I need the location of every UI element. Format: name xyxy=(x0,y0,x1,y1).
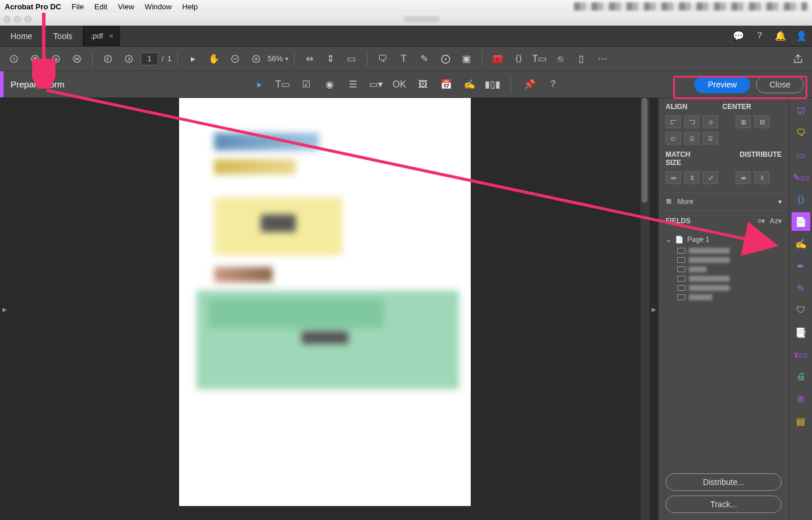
prepare-form-rail-icon[interactable]: 📄 xyxy=(792,212,810,231)
export-pdf-icon[interactable]: ⟨⟩ xyxy=(792,190,810,209)
zoom-out-icon[interactable] xyxy=(226,50,244,68)
fit-width-icon[interactable]: ⇔ xyxy=(300,50,319,68)
pin-icon[interactable]: 📌 xyxy=(521,76,538,93)
sign-icon[interactable]: ✒ xyxy=(792,257,810,275)
help-icon[interactable]: ？ xyxy=(749,26,770,46)
menu-edit[interactable]: Edit xyxy=(94,2,107,11)
next-page-icon[interactable] xyxy=(120,50,138,68)
align-top-icon[interactable]: ⫐ xyxy=(666,132,681,145)
text-callout-icon[interactable]: T▭ xyxy=(530,50,549,68)
page-properties-icon[interactable]: ▯ xyxy=(572,50,591,68)
notifications-icon[interactable]: 🔔 xyxy=(770,26,791,46)
page-display-icon[interactable]: ▭ xyxy=(342,50,361,68)
zoom-dropdown[interactable]: 56% ▾ xyxy=(268,54,288,63)
document-tab[interactable]: .pdf × xyxy=(83,26,120,46)
protect-icon[interactable]: 🛡 xyxy=(792,301,810,319)
vertical-scrollbar[interactable] xyxy=(640,98,649,520)
left-panel-expand[interactable]: ▸ xyxy=(0,98,9,520)
tab-tools[interactable]: Tools xyxy=(43,26,83,46)
signature-field-icon[interactable]: ✍ xyxy=(461,76,478,93)
fill-sign-icon[interactable]: ✍ xyxy=(792,234,810,253)
select-tool-icon[interactable]: ▸ xyxy=(184,50,202,68)
barcode-icon[interactable]: ▮▯▮ xyxy=(484,76,502,93)
right-panel-collapse[interactable]: ▸ xyxy=(649,98,658,520)
menu-file[interactable]: File xyxy=(72,2,84,11)
window-zoom-button[interactable] xyxy=(24,16,32,23)
image-field-icon[interactable]: 🖼 xyxy=(414,76,432,93)
account-icon[interactable]: 👤 xyxy=(791,26,812,46)
align-hcenter-icon[interactable]: ⫎ xyxy=(684,115,699,128)
text-field-icon[interactable]: T▭ xyxy=(274,76,292,93)
comments-icon[interactable]: 💬 xyxy=(728,26,749,46)
fit-page-icon[interactable]: ⇕ xyxy=(321,50,340,68)
stamp-icon[interactable]: ⨀ xyxy=(436,50,455,68)
close-button[interactable]: Close xyxy=(756,76,804,93)
prev-page-icon[interactable] xyxy=(99,50,117,68)
menu-window[interactable]: Window xyxy=(145,2,172,11)
sort-order-icon[interactable]: ≡▾ xyxy=(757,217,765,225)
field-item[interactable] xyxy=(663,265,784,274)
organize-pages-icon[interactable]: ▭ xyxy=(792,146,810,164)
center-v-icon[interactable]: ⊟ xyxy=(754,115,769,128)
sort-az-icon[interactable]: A͏z▾ xyxy=(769,217,782,225)
list-box-icon[interactable]: ☰ xyxy=(344,76,362,93)
redact-icon[interactable]: x▭ xyxy=(792,345,810,364)
preview-button[interactable]: Preview xyxy=(694,76,750,93)
email-icon[interactable] xyxy=(68,50,86,68)
draw-icon[interactable]: ✎ xyxy=(415,50,434,68)
radio-button-icon[interactable]: ◉ xyxy=(321,76,338,93)
match-width-icon[interactable]: ⇔ xyxy=(666,171,681,184)
send-review-icon[interactable]: ✎ xyxy=(792,279,810,297)
scrollbar-thumb[interactable] xyxy=(642,98,648,203)
link-icon[interactable]: ⎋ xyxy=(551,50,570,68)
align-right-icon[interactable]: ⫏ xyxy=(703,115,718,128)
field-item[interactable] xyxy=(663,246,784,255)
field-item[interactable] xyxy=(663,283,784,293)
field-item[interactable] xyxy=(663,255,784,265)
zoom-in-icon[interactable] xyxy=(247,50,265,68)
field-item[interactable] xyxy=(663,293,784,302)
more-options[interactable]: 🛠 More ▾ xyxy=(659,192,789,211)
center-h-icon[interactable]: ⊞ xyxy=(736,115,751,128)
page-node[interactable]: ⌄ 📄 Page 1 xyxy=(663,233,784,246)
dropdown-icon[interactable]: ▭▾ xyxy=(368,76,385,93)
field-item[interactable] xyxy=(663,274,784,283)
distribute-v-icon[interactable]: ⇳ xyxy=(754,171,769,184)
menu-help[interactable]: Help xyxy=(182,2,198,11)
action-wizard-icon[interactable]: ▤ xyxy=(792,412,810,430)
cloud-icon[interactable] xyxy=(47,50,65,68)
date-field-icon[interactable]: 📅 xyxy=(438,76,455,93)
track-button[interactable]: Track... xyxy=(666,496,782,513)
document-canvas[interactable] xyxy=(9,98,640,520)
print-icon[interactable] xyxy=(26,50,44,68)
print-production-icon[interactable]: 🖨 xyxy=(792,367,810,386)
edit-pdf-icon[interactable]: ✎▭ xyxy=(792,168,810,187)
more-tools-icon[interactable]: ⋯ xyxy=(593,50,612,68)
checkbox-icon[interactable]: ☑ xyxy=(298,76,315,93)
align-vcenter-icon[interactable]: ⫑ xyxy=(684,132,699,145)
toolbox-icon[interactable]: 🧰 xyxy=(488,50,507,68)
align-bottom-icon[interactable]: ⫒ xyxy=(703,132,718,145)
button-icon[interactable]: OK xyxy=(391,76,408,93)
hand-tool-icon[interactable]: ✋ xyxy=(205,50,223,68)
window-close-button[interactable] xyxy=(4,16,10,23)
menu-view[interactable]: View xyxy=(118,2,134,11)
distribute-h-icon[interactable]: ⇹ xyxy=(736,171,751,184)
share-icon[interactable] xyxy=(789,50,807,68)
current-page-input[interactable] xyxy=(141,52,158,65)
match-height-icon[interactable]: ⇕ xyxy=(684,171,699,184)
highlight-text-icon[interactable]: T xyxy=(394,50,413,68)
match-both-icon[interactable]: ⤢ xyxy=(703,171,718,184)
align-left-icon[interactable]: ⫍ xyxy=(666,115,681,128)
comment-tool-icon[interactable]: 🗨 xyxy=(792,124,810,142)
compare-icon[interactable]: 📑 xyxy=(792,323,810,342)
window-minimize-button[interactable] xyxy=(14,16,21,23)
create-pdf-icon[interactable]: ☑ xyxy=(792,101,810,120)
attach-icon[interactable]: ▣ xyxy=(457,50,476,68)
sticky-note-icon[interactable]: 🗨 xyxy=(373,50,392,68)
distribute-button[interactable]: Distribute... xyxy=(666,473,782,491)
selection-tool-icon[interactable]: ▸ xyxy=(251,76,268,93)
accessibility-icon[interactable]: ⊛ xyxy=(792,389,810,408)
close-tab-icon[interactable]: × xyxy=(109,31,114,40)
tab-home[interactable]: Home xyxy=(0,26,43,46)
